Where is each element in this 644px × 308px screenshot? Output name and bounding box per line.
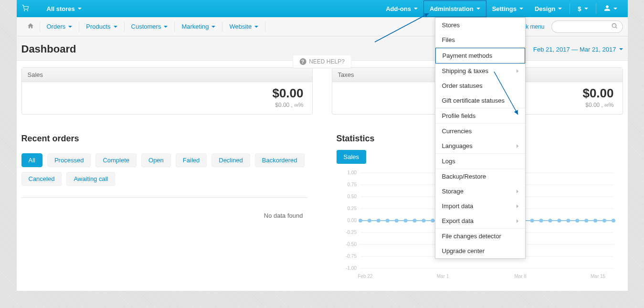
nav-customers-label: Customers bbox=[131, 23, 161, 30]
dropdown-item-files[interactable]: Files bbox=[435, 32, 525, 47]
all-stores-label: All stores bbox=[47, 5, 75, 12]
recent-orders-title: Recent orders bbox=[21, 134, 308, 144]
caret-down-icon bbox=[114, 26, 117, 28]
user-icon bbox=[604, 5, 611, 13]
nav-products-label: Products bbox=[86, 23, 110, 30]
divider bbox=[596, 3, 596, 14]
dropdown-item-payment-methods[interactable]: Payment methods bbox=[435, 48, 525, 64]
sales-value: $0.00 bbox=[28, 86, 304, 101]
caret-down-icon bbox=[613, 8, 617, 10]
svg-point-45 bbox=[539, 219, 543, 223]
dropdown-item-label: Logs bbox=[442, 158, 455, 165]
order-tab-failed[interactable]: Failed bbox=[176, 153, 207, 167]
dropdown-item-label: Stores bbox=[442, 21, 460, 29]
addons-menu[interactable]: Add-ons bbox=[380, 1, 423, 17]
dropdown-item-label: Files bbox=[442, 36, 455, 43]
dropdown-item-currencies[interactable]: Currencies bbox=[435, 124, 525, 138]
administration-dropdown: StoresFilesPayment methodsShipping & tax… bbox=[435, 17, 526, 259]
page-title: Dashboard bbox=[21, 43, 76, 55]
design-menu[interactable]: Design bbox=[529, 1, 568, 17]
dropdown-item-label: Languages bbox=[442, 142, 473, 149]
nav-marketing[interactable]: Marketing bbox=[175, 18, 222, 35]
svg-point-29 bbox=[394, 219, 398, 223]
dropdown-item-file-changes-detector[interactable]: File changes detector bbox=[435, 229, 525, 244]
dropdown-item-export-data[interactable]: Export data bbox=[435, 213, 525, 228]
nav-orders-label: Orders bbox=[47, 23, 66, 30]
main: Sales $0.00 $0.00 , ∞% Taxes $0.00 $0.00… bbox=[17, 61, 628, 291]
dropdown-item-import-data[interactable]: Import data bbox=[435, 199, 525, 213]
svg-point-27 bbox=[376, 219, 380, 223]
svg-text:Feb 22: Feb 22 bbox=[358, 274, 373, 279]
nav-marketing-label: Marketing bbox=[181, 23, 209, 30]
cart-icon[interactable] bbox=[21, 5, 29, 13]
design-label: Design bbox=[535, 5, 555, 12]
svg-text:-1.00: -1.00 bbox=[346, 266, 357, 271]
subbar: Orders Products Customers Marketing Webs… bbox=[17, 17, 628, 36]
dropdown-item-label: Shipping & taxes bbox=[442, 67, 489, 74]
stats-tab-sales[interactable]: Sales bbox=[337, 150, 367, 164]
order-tab-awaiting-call[interactable]: Awaiting call bbox=[66, 172, 115, 186]
svg-point-25 bbox=[359, 219, 362, 223]
currency-label: $ bbox=[578, 5, 581, 12]
dropdown-item-profile-fields[interactable]: Profile fields bbox=[435, 108, 525, 123]
dropdown-item-shipping-taxes[interactable]: Shipping & taxes bbox=[435, 64, 525, 78]
divider bbox=[265, 22, 265, 32]
addons-label: Add-ons bbox=[386, 5, 411, 12]
order-tab-complete[interactable]: Complete bbox=[95, 153, 137, 167]
search-input[interactable] bbox=[551, 21, 623, 33]
nav-orders[interactable]: Orders bbox=[40, 18, 79, 35]
settings-label: Settings bbox=[492, 5, 517, 12]
dropdown-item-stores[interactable]: Stores bbox=[435, 18, 525, 32]
caret-right-icon bbox=[517, 144, 518, 148]
caret-down-icon bbox=[558, 8, 562, 10]
administration-menu[interactable]: Administration bbox=[423, 0, 486, 17]
currency-menu[interactable]: $ bbox=[572, 1, 593, 17]
svg-point-51 bbox=[593, 219, 597, 223]
dropdown-item-label: Currencies bbox=[442, 127, 472, 135]
home-icon[interactable] bbox=[21, 22, 40, 31]
dropdown-item-label: Payment methods bbox=[443, 52, 493, 59]
svg-point-47 bbox=[557, 219, 561, 223]
svg-point-28 bbox=[385, 219, 389, 223]
need-help-button[interactable]: ? NEED HELP? bbox=[292, 55, 352, 68]
order-tab-processed[interactable]: Processed bbox=[47, 153, 91, 167]
svg-point-30 bbox=[403, 219, 407, 223]
svg-point-31 bbox=[412, 219, 416, 223]
svg-point-26 bbox=[367, 219, 371, 223]
svg-point-33 bbox=[431, 219, 434, 223]
dropdown-item-order-statuses[interactable]: Order statuses bbox=[435, 78, 525, 93]
order-tab-backordered[interactable]: Backordered bbox=[255, 153, 305, 167]
svg-text:0.00: 0.00 bbox=[347, 218, 357, 223]
order-tab-declined[interactable]: Declined bbox=[211, 153, 250, 167]
dropdown-item-gift-certificate-statuses[interactable]: Gift certificate statuses bbox=[435, 93, 525, 108]
svg-point-46 bbox=[548, 219, 552, 223]
caret-down-icon bbox=[584, 8, 588, 10]
divider bbox=[570, 3, 570, 14]
dropdown-item-logs[interactable]: Logs bbox=[435, 154, 525, 169]
svg-text:-0.75: -0.75 bbox=[346, 254, 357, 259]
caret-down-icon bbox=[211, 26, 215, 28]
dropdown-item-languages[interactable]: Languages bbox=[435, 138, 525, 153]
order-tab-canceled[interactable]: Canceled bbox=[21, 172, 62, 186]
dropdown-item-storage[interactable]: Storage bbox=[435, 184, 525, 199]
all-stores-dropdown[interactable]: All stores bbox=[41, 1, 87, 17]
settings-menu[interactable]: Settings bbox=[486, 1, 529, 17]
dropdown-item-label: File changes detector bbox=[442, 233, 501, 240]
dropdown-item-upgrade-center[interactable]: Upgrade center bbox=[435, 244, 525, 258]
dropdown-item-backup-restore[interactable]: Backup/Restore bbox=[435, 169, 525, 184]
order-tab-all[interactable]: All bbox=[21, 153, 42, 167]
dropdown-item-label: Gift certificate statuses bbox=[442, 97, 505, 104]
recent-orders-section: Recent orders AllProcessedCompleteOpenFa… bbox=[21, 134, 308, 284]
svg-text:0.25: 0.25 bbox=[347, 206, 357, 211]
svg-point-44 bbox=[530, 219, 534, 223]
order-tab-open[interactable]: Open bbox=[141, 153, 171, 167]
nav-website[interactable]: Website bbox=[222, 18, 265, 35]
need-help-label: NEED HELP? bbox=[309, 58, 345, 65]
nav-customers[interactable]: Customers bbox=[125, 18, 175, 35]
user-menu[interactable] bbox=[598, 0, 623, 17]
date-range-picker[interactable]: Feb 21, 2017 — Mar 21, 2017 bbox=[533, 46, 623, 53]
date-range-label: Feb 21, 2017 — Mar 21, 2017 bbox=[533, 46, 616, 53]
nav-products[interactable]: Products bbox=[79, 18, 124, 35]
caret-down-icon bbox=[519, 8, 523, 10]
caret-right-icon bbox=[517, 69, 518, 73]
